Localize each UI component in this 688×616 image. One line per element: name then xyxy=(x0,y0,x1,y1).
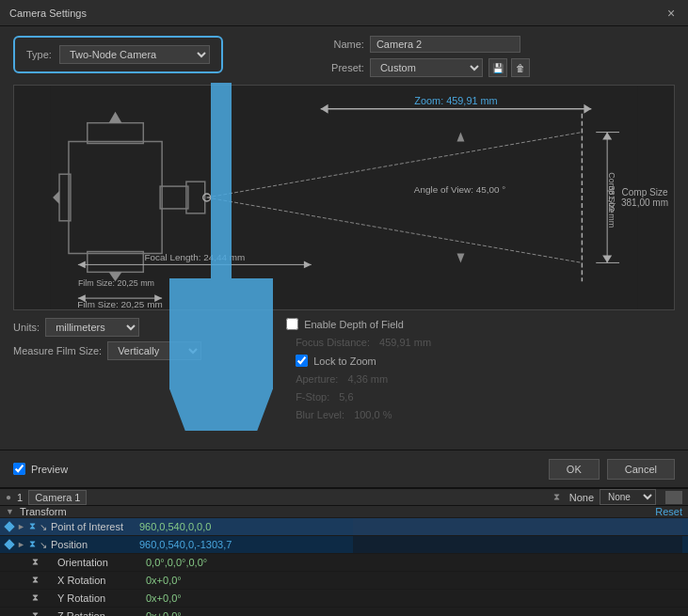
measure-select[interactable]: Vertically Horizontally xyxy=(107,341,201,360)
tl-right-bar-6 xyxy=(353,608,682,616)
focus-dist-row: Focus Distance: 459,91 mm xyxy=(296,337,431,348)
lock-zoom-row[interactable]: Lock to Zoom xyxy=(296,355,431,367)
top-row: Type: Two-Node Camera One-Node Camera Na… xyxy=(13,36,675,77)
tl-poi-label: Point of Interest xyxy=(51,521,136,532)
tl-none-label: None xyxy=(569,492,594,503)
tl-right-bar-3 xyxy=(353,554,682,571)
dof-enable-row[interactable]: Enable Depth of Field xyxy=(286,318,431,330)
tl-right-bar-5 xyxy=(353,590,682,607)
tl-layer-num: 1 xyxy=(17,492,23,503)
tl-layer-name-text: Camera 1 xyxy=(35,492,80,503)
name-input[interactable] xyxy=(370,36,520,53)
tl-yrot-label: Y Rotation xyxy=(57,592,142,604)
focus-dist-label: Focus Distance: xyxy=(296,337,370,348)
name-preset-section: Name: Preset: Custom 💾 🗑 xyxy=(317,36,530,77)
fstop-label: F-Stop: xyxy=(296,391,329,403)
cancel-button[interactable]: Cancel xyxy=(607,459,675,480)
tl-row-yrot: ⧗ Y Rotation 0x+0,0° xyxy=(0,590,688,608)
preset-save-btn[interactable]: 💾 xyxy=(488,58,507,77)
tl-layer-name-box: Camera 1 xyxy=(28,490,87,505)
diagram-svg: Film Size: 20,25 mm Focal Length: 24,44 … xyxy=(14,86,674,309)
aperture-value: 4,36 mm xyxy=(347,373,388,385)
tl-stopwatch-yrot[interactable]: ⧗ xyxy=(32,592,39,604)
tl-right-icons xyxy=(665,491,682,504)
tl-expand-icon[interactable]: ▼ xyxy=(6,507,14,516)
preset-select[interactable]: Custom xyxy=(370,58,483,77)
preset-delete-btn[interactable]: 🗑 xyxy=(511,58,530,77)
units-row: Units: millimeters pixels inches xyxy=(13,318,201,337)
reset-button[interactable]: Reset xyxy=(655,506,682,517)
tl-row-position: ► ⧗ ↘ Position 960,0,540,0,-1303,7 xyxy=(0,536,688,554)
tl-expand-poi[interactable]: ► xyxy=(17,522,25,531)
tl-right-bar-1 xyxy=(353,518,682,535)
keyframe-diamond-1 xyxy=(4,521,14,531)
tl-right-bar-4 xyxy=(353,572,682,589)
tl-pos-value: 960,0,540,0,-1303,7 xyxy=(139,539,232,550)
measure-row: Measure Film Size: Vertically Horizontal… xyxy=(13,341,201,360)
name-label: Name: xyxy=(317,39,364,50)
measure-label: Measure Film Size: xyxy=(13,345,102,356)
svg-text:Film Size: 20,25 mm: Film Size: 20,25 mm xyxy=(77,299,162,309)
fstop-value: 5,6 xyxy=(339,391,353,403)
blur-level-row: Blur Level: 100,0 % xyxy=(296,409,431,420)
dialog-body: Type: Two-Node Camera One-Node Camera Na… xyxy=(0,26,688,450)
tl-stopwatch-ori[interactable]: ⧗ xyxy=(32,557,39,568)
svg-text:Zoom:  459,91 mm: Zoom: 459,91 mm xyxy=(414,95,497,106)
blur-label: Blur Level: xyxy=(296,409,344,420)
keyframe-diamond-2 xyxy=(4,539,14,549)
tl-graph-poi[interactable]: ↘ xyxy=(40,522,47,532)
tl-graph-pos[interactable]: ↘ xyxy=(40,540,47,550)
preview-checkbox[interactable] xyxy=(13,463,25,475)
ok-button[interactable]: OK xyxy=(549,459,600,480)
preview-label: Preview xyxy=(31,464,68,475)
type-label: Type: xyxy=(26,49,52,60)
svg-text:Angle of View: 45,00 °: Angle of View: 45,00 ° xyxy=(414,184,505,195)
tl-xrot-label: X Rotation xyxy=(57,575,142,586)
tl-eye-icon: ● xyxy=(6,492,11,502)
tl-yrot-value: 0x+0,0° xyxy=(146,592,182,604)
transform-header: ▼ Transform Reset xyxy=(0,506,688,518)
units-select[interactable]: millimeters pixels inches xyxy=(45,318,139,337)
svg-rect-0 xyxy=(50,86,638,309)
dof-checkbox[interactable] xyxy=(286,318,298,330)
blur-value: 100,0 % xyxy=(354,409,392,420)
tl-row-point-of-interest: ► ⧗ ↘ Point of Interest 960,0,540,0,0,0 xyxy=(0,518,688,536)
fstop-row: F-Stop: 5,6 xyxy=(296,391,431,403)
tl-zrot-label: Z Rotation xyxy=(57,610,142,616)
type-section: Type: Two-Node Camera One-Node Camera xyxy=(13,36,223,73)
tl-none-select[interactable]: None xyxy=(600,489,656,505)
title-bar: Camera Settings × xyxy=(0,0,688,26)
comp-size-label: Comp Size xyxy=(621,187,668,197)
tl-stopwatch-xrot[interactable]: ⧗ xyxy=(32,575,39,586)
tl-stopwatch-poi[interactable]: ⧗ xyxy=(29,521,36,532)
transform-label: Transform xyxy=(20,506,67,517)
svg-text:Focal Length: 24,44 mm: Focal Length: 24,44 mm xyxy=(144,252,245,262)
dof-enable-label: Enable Depth of Field xyxy=(304,319,404,330)
tl-right-bar-2 xyxy=(353,536,682,553)
units-label: Units: xyxy=(13,322,40,333)
tl-ori-label: Orientation xyxy=(57,557,142,568)
aperture-row: Aperture: 4,36 mm xyxy=(296,373,431,385)
tl-zrot-value: 0x+0,0° xyxy=(146,610,182,616)
tl-row-xrot: ⧗ X Rotation 0x+0,0° xyxy=(0,572,688,590)
timeline: ● 1 Camera 1 ⧗ None None ▼ Transform Res… xyxy=(0,487,688,616)
comp-size-value: 381,00 mm xyxy=(621,197,668,208)
aperture-label: Aperture: xyxy=(296,373,338,385)
lock-zoom-checkbox[interactable] xyxy=(296,355,308,367)
tl-row-orientation: ⧗ Orientation 0,0°,0,0°,0,0° xyxy=(0,554,688,572)
tl-ori-value: 0,0°,0,0°,0,0° xyxy=(146,557,207,568)
tl-stopwatch-zrot[interactable]: ⧗ xyxy=(32,610,39,616)
lock-zoom-label: Lock to Zoom xyxy=(313,355,376,367)
preset-row: Preset: Custom 💾 🗑 xyxy=(317,58,530,77)
preset-label: Preset: xyxy=(317,62,364,73)
tl-stopwatch-icon: ⧗ xyxy=(553,492,560,503)
tl-poi-value: 960,0,540,0,0,0 xyxy=(139,521,211,532)
tl-expand-pos[interactable]: ► xyxy=(17,540,25,549)
focus-dist-value: 459,91 mm xyxy=(379,337,431,348)
tl-stopwatch-pos[interactable]: ⧗ xyxy=(29,539,36,550)
footer-buttons: OK Cancel xyxy=(549,459,675,480)
type-select[interactable]: Two-Node Camera One-Node Camera xyxy=(59,45,210,64)
preview-check[interactable]: Preview xyxy=(13,463,68,475)
close-icon[interactable]: × xyxy=(664,6,679,21)
name-row: Name: xyxy=(317,36,530,53)
